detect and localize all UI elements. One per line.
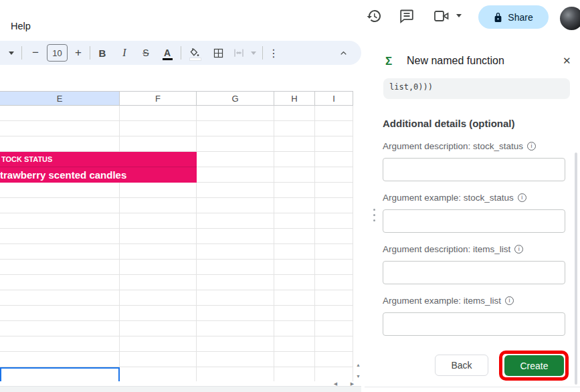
arg-description-stock-status-input[interactable] (383, 158, 565, 181)
grid-cells[interactable] (0, 106, 353, 381)
lock-icon (494, 12, 502, 23)
column-header-h[interactable]: H (274, 91, 315, 106)
column-header-e[interactable]: E (0, 91, 120, 106)
field-label-text: Argument description: stock_status (383, 141, 523, 151)
vertical-scrollbar[interactable]: ▲ ▼ (353, 91, 363, 381)
merge-cells-button[interactable] (232, 45, 246, 60)
column-header-i[interactable]: I (315, 91, 353, 106)
merge-cells-caret-icon[interactable] (249, 45, 258, 60)
close-panel-icon[interactable]: ✕ (563, 55, 571, 67)
video-call-caret-icon[interactable] (456, 14, 462, 17)
hide-menus-chevron-icon[interactable] (337, 45, 349, 60)
spreadsheet-grid: E F G H I TOCK STATUS trawberry scented … (0, 91, 353, 381)
panel-footer-divider (365, 387, 580, 387)
create-button[interactable]: Create (504, 355, 564, 376)
toolbar-separator (181, 46, 181, 60)
toolbar-separator (90, 46, 90, 60)
additional-details-heading: Additional details (optional) (383, 118, 515, 129)
gridline (196, 106, 197, 381)
font-size-input[interactable]: 10 (47, 44, 68, 62)
account-avatar[interactable] (560, 7, 580, 30)
back-button[interactable]: Back (435, 355, 488, 376)
fill-color-swatch (189, 58, 201, 61)
field-label-text: Argument description: items_list (383, 244, 510, 254)
google-sheets-window: { "menu": { "help": "Help" }, "topbar": … (0, 0, 580, 392)
cell-stock-status[interactable]: TOCK STATUS (0, 152, 197, 167)
column-header-g[interactable]: G (197, 91, 274, 106)
share-label: Share (508, 12, 533, 23)
version-history-icon[interactable] (366, 8, 382, 24)
field-label-arg-example-items-list: Argument example: items_list i (383, 296, 514, 306)
cell-strawberry-candles[interactable]: trawberry scented candles (0, 167, 197, 183)
comment-icon[interactable] (399, 8, 415, 24)
column-header-row: E F G H I (0, 91, 353, 106)
gridline (314, 106, 315, 381)
panel-title: New named function (407, 55, 504, 67)
panel-scrollbar[interactable] (575, 153, 577, 385)
info-icon[interactable]: i (514, 245, 523, 254)
scroll-up-icon[interactable]: ▲ (353, 363, 363, 367)
strikethrough-button[interactable]: S (140, 45, 151, 60)
bold-button[interactable]: B (97, 45, 108, 60)
active-cell-selection[interactable] (0, 367, 120, 381)
borders-button[interactable] (211, 45, 225, 60)
panel-resize-handle[interactable] (373, 209, 375, 221)
field-label-arg-description-stock-status: Argument description: stock_status i (383, 141, 536, 151)
scroll-down-icon[interactable]: ▼ (353, 374, 363, 379)
toolbar-separator (262, 46, 263, 60)
gridline (119, 106, 120, 381)
italic-button[interactable]: I (119, 45, 130, 60)
text-color-swatch (163, 58, 173, 60)
info-icon[interactable]: i (518, 193, 526, 202)
field-label-text: Argument example: items_list (383, 296, 501, 306)
arg-example-items-list-input[interactable] (383, 312, 565, 336)
arg-description-items-list-input[interactable] (383, 261, 565, 284)
share-button[interactable]: Share (478, 5, 549, 29)
field-label-arg-example-stock-status: Argument example: stock_status i (383, 193, 526, 203)
menu-help[interactable]: Help (11, 21, 31, 31)
sheet-bottom-bar (0, 386, 361, 392)
field-label-arg-description-items-list: Argument description: items_list i (383, 244, 523, 254)
info-icon[interactable]: i (505, 296, 514, 305)
video-call-icon[interactable] (433, 9, 450, 25)
gridline (274, 106, 274, 381)
field-label-text: Argument example: stock_status (383, 193, 514, 203)
info-icon[interactable]: i (527, 142, 536, 151)
more-toolbar-options-button[interactable]: ⋮ (268, 45, 279, 60)
named-function-sigma-icon: Σ (385, 55, 392, 68)
highlighted-cells[interactable]: TOCK STATUS trawberry scented candles (0, 152, 197, 183)
column-header-f[interactable]: F (120, 91, 197, 106)
formula-preview: list,0))) (383, 78, 570, 99)
decrease-font-size-button[interactable]: − (30, 45, 41, 60)
increase-font-size-button[interactable]: + (73, 45, 84, 60)
toolbar-dropdown-caret-icon[interactable] (5, 45, 17, 60)
toolbar-separator (21, 46, 22, 60)
arg-example-stock-status-input[interactable] (383, 209, 565, 233)
